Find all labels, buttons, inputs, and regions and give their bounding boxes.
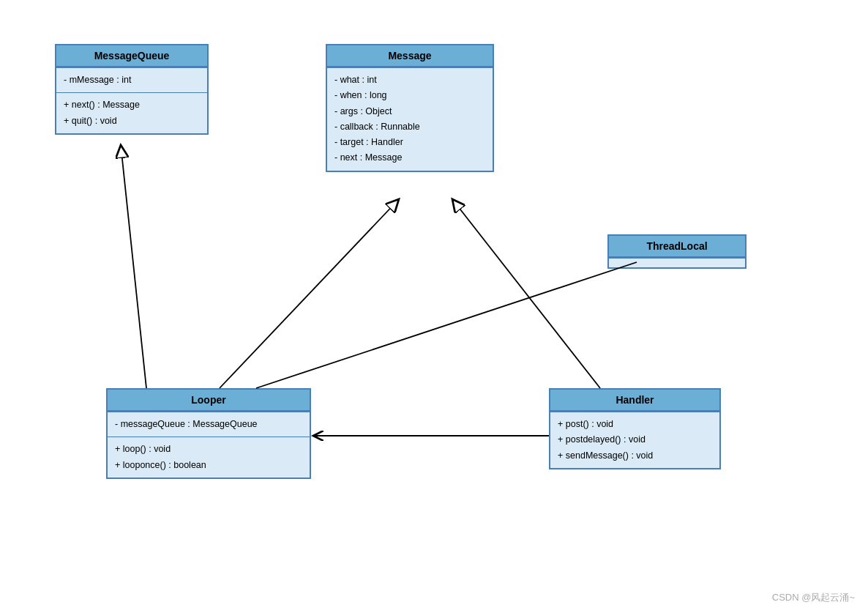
method-item: + sendMessage() : void xyxy=(558,448,712,464)
field-item: - target : Handler xyxy=(334,135,485,150)
method-item: + postdelayed() : void xyxy=(558,432,712,447)
message-box: Message - what : int - when : long - arg… xyxy=(326,44,494,172)
handler-title: Handler xyxy=(550,390,719,412)
messagequeue-fields: - mMessage : int xyxy=(56,67,207,92)
method-item: + post() : void xyxy=(558,417,712,432)
handler-box: Handler + post() : void + postdelayed() … xyxy=(549,388,721,469)
looper-title: Looper xyxy=(108,390,310,412)
svg-line-1 xyxy=(220,199,399,388)
looper-fields: - messageQueue : MessageQueue xyxy=(108,412,310,436)
diagram: MessageQueue - mMessage : int + next() :… xyxy=(0,0,868,613)
message-fields: - what : int - when : long - args : Obje… xyxy=(327,67,493,171)
field-item: - messageQueue : MessageQueue xyxy=(115,417,302,432)
svg-line-0 xyxy=(121,145,146,388)
message-title: Message xyxy=(327,45,493,67)
looper-box: Looper - messageQueue : MessageQueue + l… xyxy=(106,388,311,479)
threadlocal-empty xyxy=(609,258,745,267)
field-item: - next : Message xyxy=(334,150,485,166)
threadlocal-title: ThreadLocal xyxy=(609,236,745,258)
field-item: - args : Object xyxy=(334,104,485,119)
svg-line-3 xyxy=(452,199,600,388)
messagequeue-box: MessageQueue - mMessage : int + next() :… xyxy=(55,44,209,135)
messagequeue-methods: + next() : Message + quit() : void xyxy=(56,92,207,133)
looper-methods: + loop() : void + looponce() : boolean xyxy=(108,436,310,478)
watermark: CSDN @风起云涌~ xyxy=(772,591,855,604)
field-item: - mMessage : int xyxy=(64,73,200,88)
svg-line-4 xyxy=(256,262,637,388)
method-item: + next() : Message xyxy=(64,97,200,113)
threadlocal-box: ThreadLocal xyxy=(607,234,747,269)
messagequeue-title: MessageQueue xyxy=(56,45,207,67)
field-item: - callback : Runnable xyxy=(334,119,485,135)
method-item: + quit() : void xyxy=(64,114,200,129)
handler-methods: + post() : void + postdelayed() : void +… xyxy=(550,412,719,468)
field-item: - when : long xyxy=(334,88,485,103)
field-item: - what : int xyxy=(334,73,485,88)
method-item: + looponce() : boolean xyxy=(115,458,302,473)
method-item: + loop() : void xyxy=(115,442,302,457)
